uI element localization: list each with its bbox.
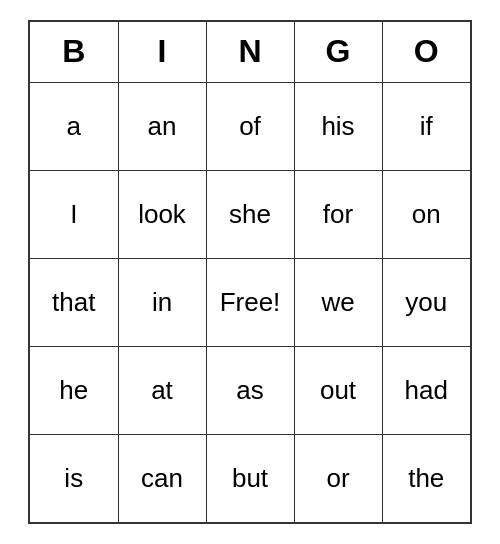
table-row: thatinFree!weyou bbox=[30, 258, 470, 346]
col-o: O bbox=[382, 22, 470, 82]
cell-r4-c3: or bbox=[294, 434, 382, 522]
cell-r1-c2: she bbox=[206, 170, 294, 258]
cell-r2-c1: in bbox=[118, 258, 206, 346]
col-i: I bbox=[118, 22, 206, 82]
cell-r1-c3: for bbox=[294, 170, 382, 258]
bingo-body: aanofhisifIlooksheforonthatinFree!weyouh… bbox=[30, 82, 470, 522]
cell-r3-c4: had bbox=[382, 346, 470, 434]
bingo-table: B I N G O aanofhisifIlooksheforonthatinF… bbox=[30, 22, 470, 522]
cell-r3-c1: at bbox=[118, 346, 206, 434]
col-n: N bbox=[206, 22, 294, 82]
cell-r4-c1: can bbox=[118, 434, 206, 522]
cell-r0-c3: his bbox=[294, 82, 382, 170]
cell-r2-c0: that bbox=[30, 258, 118, 346]
cell-r0-c2: of bbox=[206, 82, 294, 170]
cell-r3-c3: out bbox=[294, 346, 382, 434]
cell-r1-c1: look bbox=[118, 170, 206, 258]
col-g: G bbox=[294, 22, 382, 82]
cell-r1-c0: I bbox=[30, 170, 118, 258]
table-row: Ilooksheforon bbox=[30, 170, 470, 258]
header-row: B I N G O bbox=[30, 22, 470, 82]
table-row: aanofhisif bbox=[30, 82, 470, 170]
cell-r1-c4: on bbox=[382, 170, 470, 258]
cell-r0-c4: if bbox=[382, 82, 470, 170]
table-row: heatasouthad bbox=[30, 346, 470, 434]
cell-r4-c4: the bbox=[382, 434, 470, 522]
cell-r3-c2: as bbox=[206, 346, 294, 434]
cell-r0-c0: a bbox=[30, 82, 118, 170]
cell-r2-c3: we bbox=[294, 258, 382, 346]
table-row: iscanbutorthe bbox=[30, 434, 470, 522]
bingo-card: B I N G O aanofhisifIlooksheforonthatinF… bbox=[28, 20, 472, 524]
col-b: B bbox=[30, 22, 118, 82]
cell-r4-c0: is bbox=[30, 434, 118, 522]
cell-r0-c1: an bbox=[118, 82, 206, 170]
cell-r4-c2: but bbox=[206, 434, 294, 522]
cell-r3-c0: he bbox=[30, 346, 118, 434]
cell-r2-c4: you bbox=[382, 258, 470, 346]
cell-r2-c2: Free! bbox=[206, 258, 294, 346]
